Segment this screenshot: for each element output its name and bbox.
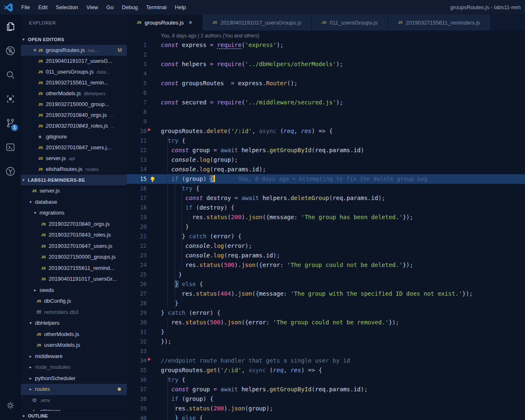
tree-folder-database[interactable]: ▾database xyxy=(21,197,127,208)
line-number[interactable]: 24 xyxy=(127,260,147,270)
line-number[interactable]: 30 xyxy=(127,318,147,327)
code-line-31[interactable]: 31} xyxy=(127,327,525,337)
menu-file[interactable]: File xyxy=(17,0,34,15)
code-line-11[interactable]: 11try { xyxy=(127,136,525,146)
code-line-1[interactable]: 1const express = require('express'); xyxy=(127,40,525,50)
line-number[interactable]: 27 xyxy=(127,289,147,299)
code-line-18[interactable]: 18if (destroy) { xyxy=(127,203,525,212)
line-number[interactable]: 15 xyxy=(127,174,147,184)
line-number[interactable]: 20 xyxy=(127,222,147,232)
tab-groupsroutes-js[interactable]: JSgroupsRoutes.js× xyxy=(127,15,202,30)
close-icon[interactable]: × xyxy=(32,45,38,56)
code-line-37[interactable]: 37const group = await helpers.getGroupBy… xyxy=(127,385,525,394)
manage-gear-icon[interactable] xyxy=(0,393,21,418)
tree-folder-routes[interactable]: ▸routes xyxy=(21,384,127,395)
line-number[interactable]: 10 xyxy=(127,126,147,136)
code-line-10[interactable]: 10groupsRoutes.delete('/:id', async (req… xyxy=(127,126,525,136)
line-number[interactable]: 5 xyxy=(127,79,147,88)
tree-file-20190327010847-users-js[interactable]: JS20190327010847_users.js xyxy=(21,241,127,252)
tree-folder-dbhelpers[interactable]: ▾dbHelpers xyxy=(21,318,127,329)
tree-file-server-js[interactable]: JSserver.js xyxy=(21,185,127,197)
menu-edit[interactable]: Edit xyxy=(34,0,52,15)
line-number[interactable]: 40 xyxy=(127,413,147,420)
tree-file--env[interactable]: ⚙.env xyxy=(21,395,127,406)
line-number[interactable]: 22 xyxy=(127,241,147,251)
tree-folder-pythonscheduler[interactable]: ▸pythonScheduler xyxy=(21,373,127,384)
code-line-7[interactable]: 7const secured = require('../middleware/… xyxy=(127,98,525,107)
terminal-icon[interactable] xyxy=(0,135,21,159)
code-line-8[interactable]: 8 xyxy=(127,107,525,117)
line-number[interactable]: 34 xyxy=(127,356,147,366)
code-line-17[interactable]: 17const destroy = await helpers.deleteGr… xyxy=(127,193,525,203)
line-number[interactable]: 3 xyxy=(127,59,147,69)
explorer-icon[interactable] xyxy=(0,15,21,39)
bug-off-icon[interactable] xyxy=(0,39,21,63)
tab-011-usersgroups-js[interactable]: JS011_usersGroups.js xyxy=(312,15,388,30)
code-line-4[interactable]: 4 xyxy=(127,69,525,79)
tab-20190327155611-reminders-js[interactable]: JS20190327155611_reminders.js xyxy=(388,15,490,30)
open-editor-item[interactable]: JS011_usersGroups.jsdata... xyxy=(21,67,127,77)
line-number[interactable]: 35 xyxy=(127,366,147,375)
code-line-32[interactable]: 32}); xyxy=(127,337,525,346)
line-number[interactable]: 12 xyxy=(127,146,147,155)
tree-file-reminders-db3[interactable]: reminders.db3 xyxy=(21,307,127,318)
code-line-39[interactable]: 39res.status(200).json(group); xyxy=(127,404,525,413)
code-line-3[interactable]: 3const helpers = require('../dbHelpers/o… xyxy=(127,59,525,69)
line-number[interactable]: 11 xyxy=(127,136,147,146)
code-line-34[interactable]: 34//endpoint route handler that gets a s… xyxy=(127,356,525,366)
menu-go[interactable]: Go xyxy=(102,0,118,15)
tree-folder-node-modules[interactable]: ▸node_modules xyxy=(21,362,127,373)
open-editor-item[interactable]: JSelishaRoutes.jsroutes xyxy=(21,164,127,175)
code-line-29[interactable]: 29} catch (error) { xyxy=(127,308,525,318)
open-editor-item[interactable]: JS20190401191017_usersG... xyxy=(21,56,127,67)
section-outline[interactable]: ▸ OUTLINE xyxy=(21,411,127,420)
line-number[interactable]: 13 xyxy=(127,155,147,165)
line-number[interactable]: 14 xyxy=(127,165,147,174)
line-number[interactable]: 4 xyxy=(127,69,147,79)
open-editor-item[interactable]: JS20190327150000_group... xyxy=(21,99,127,110)
menu-debug[interactable]: Debug xyxy=(118,0,142,15)
code-line-15[interactable]: 15if (group) {You, 8 days ago • Attempti… xyxy=(127,174,525,184)
line-number[interactable]: 33 xyxy=(127,346,147,356)
line-number[interactable]: 23 xyxy=(127,251,147,260)
menu-view[interactable]: View xyxy=(82,0,102,15)
line-number[interactable]: 28 xyxy=(127,299,147,308)
code-line-13[interactable]: 13console.log(group); xyxy=(127,155,525,165)
open-editor-item[interactable]: ◈.gitignore xyxy=(21,131,127,142)
code-line-33[interactable]: 33 xyxy=(127,346,525,356)
line-number[interactable]: 26 xyxy=(127,279,147,289)
code-line-30[interactable]: 30res.status(500).json({error: 'The grou… xyxy=(127,318,525,327)
line-number[interactable]: 2 xyxy=(127,50,147,59)
code-line-22[interactable]: 22console.log(error); xyxy=(127,241,525,251)
open-editor-item[interactable]: JS20190327010843_roles.js... xyxy=(21,121,127,131)
line-number[interactable]: 29 xyxy=(127,308,147,318)
code-line-20[interactable]: 20} xyxy=(127,222,525,232)
code-line-26[interactable]: 26} else { xyxy=(127,279,525,289)
tree-file-20190401191017-usersgr-[interactable]: JS20190401191017_usersGr... xyxy=(21,274,127,285)
menu-selection[interactable]: Selection xyxy=(52,0,82,15)
open-editor-item[interactable]: JS20190327010840_orgs.js... xyxy=(21,110,127,121)
circle-branch-icon[interactable] xyxy=(0,159,21,183)
line-number[interactable]: 18 xyxy=(127,203,147,212)
open-editor-item[interactable]: JS20190327155611_remin... xyxy=(21,77,127,88)
line-number[interactable]: 16 xyxy=(127,184,147,193)
open-editor-item[interactable]: ×JSgroupsRoutes.jsrou...M xyxy=(21,45,127,56)
open-editor-item[interactable]: JSotherModels.jsdbHelpers xyxy=(21,88,127,99)
line-number[interactable]: 39 xyxy=(127,404,147,413)
menu-help[interactable]: Help xyxy=(171,0,190,15)
tree-file-20190327155611-remind-[interactable]: JS20190327155611_remind... xyxy=(21,263,127,274)
section-project-root[interactable]: ▾ LABS11-REMINDERS-BE xyxy=(21,175,127,185)
line-number[interactable]: 37 xyxy=(127,385,147,394)
code-line-14[interactable]: 14console.log(req.params.id); xyxy=(127,165,525,174)
line-number[interactable]: 32 xyxy=(127,337,147,346)
tree-file-usersmodels-js[interactable]: JSusersModels.js xyxy=(21,340,127,351)
section-open-editors[interactable]: ▾ OPEN EDITORS xyxy=(21,34,127,45)
line-number[interactable]: 31 xyxy=(127,327,147,337)
line-number[interactable]: 25 xyxy=(127,270,147,279)
line-number[interactable]: 17 xyxy=(127,193,147,203)
line-number[interactable]: 38 xyxy=(127,394,147,404)
code-line-35[interactable]: 35groupsRoutes.get('/:id', async (req, r… xyxy=(127,366,525,375)
tree-file-20190327010843-roles-js[interactable]: JS20190327010843_roles.js xyxy=(21,230,127,241)
code-line-28[interactable]: 28} xyxy=(127,299,525,308)
line-number[interactable]: 6 xyxy=(127,88,147,98)
